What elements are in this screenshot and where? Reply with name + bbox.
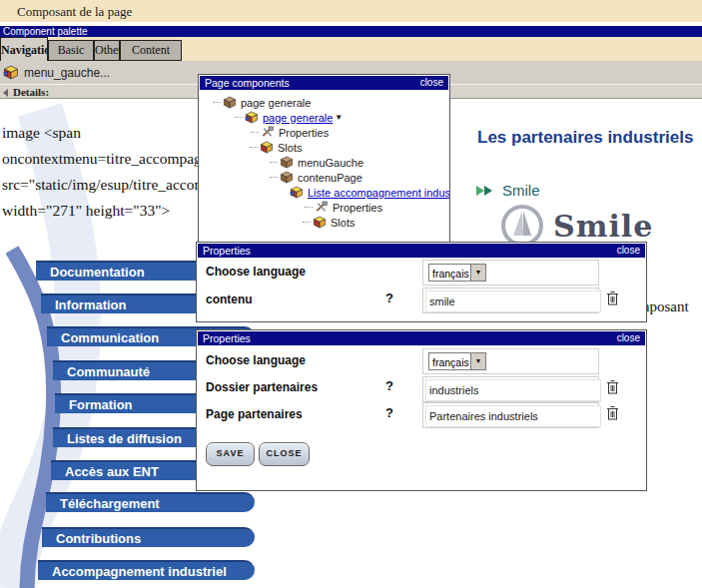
smile-logo-word: Smile: [553, 209, 653, 244]
tab-content-iterators[interactable]: Content Iterators: [120, 40, 182, 61]
tree-node-page-generale-link[interactable]: page generale ▼: [199, 110, 449, 125]
page-components-window: Page components close page generale page…: [198, 74, 450, 246]
delete-trash-icon[interactable]: [606, 291, 619, 305]
partner-link-label: Smile: [502, 182, 540, 199]
editor-source-text: image <span oncontextmenu=titre_accompag…: [2, 120, 216, 224]
page-components-titlebar[interactable]: Page components close: [200, 76, 448, 90]
properties2-title: Properties: [203, 332, 251, 344]
editor-line: width="271" height="33">: [2, 198, 216, 224]
tree-node-menugauche[interactable]: menuGauche: [199, 155, 449, 170]
tab-basic-pages[interactable]: Basic Pages: [48, 40, 94, 61]
tab-strip: Navigation Basic Pages Other Content Ite…: [0, 37, 702, 61]
page-partenaires-label: Page partenaires: [206, 407, 303, 421]
content-heading: Les partenaires industriels: [477, 128, 693, 148]
palette-component-menu-gauche[interactable]: menu_gauche...: [3, 63, 110, 82]
dossier-cell: [422, 376, 599, 402]
language-label: Choose language: [206, 265, 306, 279]
properties-dialog-1: Properties close Choose language françai…: [196, 242, 647, 322]
menu-item-contributions[interactable]: Contributions: [42, 527, 255, 547]
double-arrow-icon: [476, 185, 496, 197]
properties-dialog-2: Properties close Choose language françai…: [196, 329, 647, 491]
editor-line: oncontextmenu=titre_accompagne: [2, 146, 216, 172]
page-components-close-button[interactable]: close: [420, 76, 443, 90]
contenu-label: contenu: [206, 293, 253, 306]
properties2-close-button[interactable]: close: [617, 331, 640, 345]
component-palette-title: Component palette: [3, 26, 88, 37]
component-cube-icon: [3, 65, 19, 80]
language-label: Choose language: [206, 353, 306, 367]
clipped-text-fragment: nposant: [642, 298, 689, 315]
dossier-help-button[interactable]: ?: [385, 378, 393, 393]
tab-navigation[interactable]: Navigation: [0, 37, 48, 61]
cube-brown-icon: [280, 156, 294, 169]
contenu-help-button[interactable]: ?: [385, 291, 393, 305]
component-tree: page generale page generale ▼ Properties…: [199, 95, 449, 230]
tools-icon: [315, 201, 329, 214]
properties2-titlebar[interactable]: Properties close: [198, 331, 645, 345]
language-cell: français ▼: [422, 260, 599, 286]
tree-node-liste-accompagnement[interactable]: Liste accompagnement indus: [199, 185, 449, 200]
tree-node-page-generale-root[interactable]: page generale: [199, 95, 449, 110]
menu-item-telechargement[interactable]: Téléchargement: [46, 492, 255, 512]
page-help-button[interactable]: ?: [385, 405, 393, 420]
properties1-titlebar[interactable]: Properties close: [198, 244, 645, 258]
language-select[interactable]: français ▼: [428, 264, 486, 282]
contenu-cell: [422, 288, 599, 313]
save-button[interactable]: SAVE: [206, 442, 255, 466]
cube-component-icon: [290, 186, 304, 199]
select-dropdown-icon[interactable]: ▼: [470, 264, 486, 282]
language-select[interactable]: français ▼: [428, 352, 486, 370]
language-select-value: français: [428, 352, 470, 370]
editor-line: src="static/img/esup/titre_accomp: [2, 172, 216, 198]
page-cell: [422, 402, 599, 428]
language-select-value: français: [428, 264, 470, 282]
cube-slot-icon: [260, 141, 274, 154]
cube-component-icon: [245, 111, 259, 124]
tab-other[interactable]: Other: [94, 40, 120, 61]
component-label: menu_gauche...: [24, 66, 110, 80]
tools-icon: [261, 126, 275, 139]
close-button[interactable]: CLOSE: [259, 442, 310, 466]
page: Composant de la page Component palette N…: [0, 0, 702, 588]
delete-trash-icon[interactable]: [606, 405, 619, 420]
delete-trash-icon[interactable]: [606, 379, 619, 394]
properties1-title: Properties: [203, 245, 251, 257]
partner-link-smile[interactable]: Smile: [476, 182, 540, 199]
tree-node-properties[interactable]: Properties: [199, 125, 449, 140]
page-title: Composant de la page: [17, 4, 132, 20]
cube-slot-icon: [313, 216, 327, 229]
tree-node-slots[interactable]: Slots: [199, 140, 449, 155]
select-dropdown-icon[interactable]: ▼: [470, 352, 486, 370]
tree-node-properties[interactable]: Properties: [199, 200, 449, 215]
editor-line: image <span: [2, 120, 216, 146]
properties1-close-button[interactable]: close: [617, 244, 640, 258]
dossier-partenaires-input[interactable]: [425, 379, 601, 401]
cube-brown-icon: [223, 96, 237, 109]
tree-node-contenupage[interactable]: contenuPage: [199, 170, 449, 185]
language-cell: français ▼: [422, 348, 599, 374]
dossier-partenaires-label: Dossier partenaires: [206, 380, 318, 394]
page-partenaires-input[interactable]: [425, 405, 601, 427]
tree-node-slots[interactable]: Slots: [199, 215, 449, 230]
node-dropdown-icon[interactable]: ▼: [335, 113, 343, 122]
page-components-title: Page components: [205, 77, 290, 89]
menu-item-accompagnement-industriel[interactable]: Accompagnement industriel: [38, 560, 255, 580]
contenu-input[interactable]: [425, 291, 601, 312]
cube-brown-icon: [280, 171, 294, 184]
